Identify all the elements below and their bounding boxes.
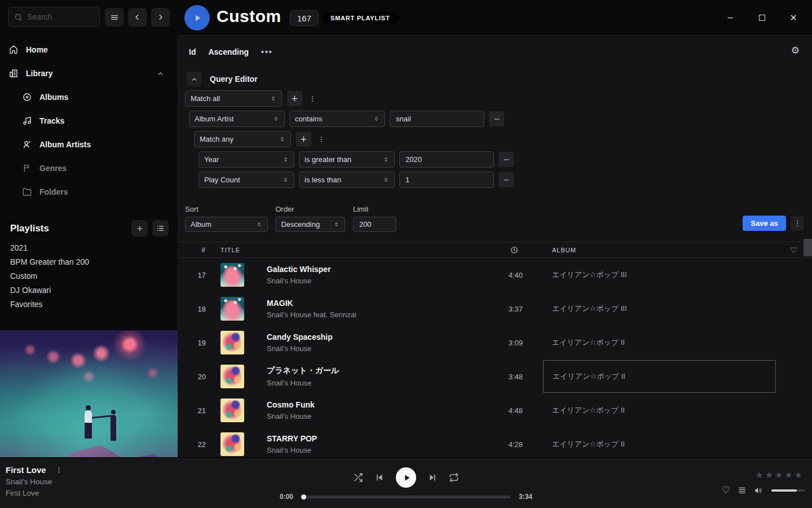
sidebar-item-folders[interactable]: Folders	[23, 184, 182, 200]
group-options-button[interactable]	[307, 95, 317, 103]
minus-icon	[502, 176, 510, 184]
sidebar-item-tracks[interactable]: Tracks	[23, 113, 182, 129]
remove-rule-button[interactable]	[498, 152, 514, 167]
track-album-cell[interactable]: エイリアン☆ポップ II	[543, 360, 776, 393]
add-rule-button[interactable]	[296, 132, 311, 147]
rule-field-select[interactable]: Album Artist	[189, 111, 285, 127]
table-row[interactable]: 21 Cosmo Funk Snail’s House 4:48 エイリアン☆ポ…	[178, 393, 812, 427]
track-album-cell[interactable]: エイリアン☆ポップ II	[549, 326, 776, 359]
rule-operator-select[interactable]: is less than	[299, 172, 395, 188]
favorite-heart-icon[interactable]: ♡	[722, 484, 730, 496]
track-album-cell[interactable]: エイリアン☆ポップ II	[549, 394, 776, 427]
plus-icon	[136, 225, 144, 233]
shuffle-button[interactable]	[353, 472, 363, 483]
maximize-button[interactable]	[754, 10, 769, 25]
repeat-icon	[449, 472, 459, 483]
play-pause-button[interactable]	[396, 467, 416, 488]
sidebar-item-home[interactable]: Home	[9, 42, 169, 58]
query-rule: Play Count is less than	[198, 172, 812, 188]
table-header: # TITLE ALBUM ♡	[178, 242, 812, 258]
next-track-button[interactable]	[428, 473, 437, 482]
table-row[interactable]: 22 STARRY POP Snail’s House 4:28 エイリアン☆ポ…	[178, 427, 812, 457]
library-icon	[9, 69, 18, 78]
artwork-figures	[91, 415, 112, 419]
track-number: 17	[178, 271, 210, 279]
volume-icon[interactable]	[754, 485, 764, 496]
seek-bar[interactable]	[302, 496, 510, 498]
previous-track-button[interactable]	[375, 473, 384, 482]
repeat-button[interactable]	[449, 472, 459, 483]
limit-input[interactable]	[353, 217, 396, 232]
sidebar-item-albums[interactable]: Albums	[23, 89, 182, 105]
select-caret-icon	[273, 116, 279, 122]
rule-value-input[interactable]	[390, 111, 484, 127]
rule-field-select[interactable]: Play Count	[198, 172, 294, 188]
play-playlist-button[interactable]	[184, 5, 210, 30]
close-button[interactable]: ✕	[786, 10, 801, 25]
table-row[interactable]: 19 Candy Spaceship Snail’s House 3:09 エイ…	[178, 326, 812, 360]
playlist-item[interactable]: 2021	[10, 241, 178, 255]
column-index[interactable]: #	[178, 246, 210, 254]
playlist-item[interactable]: Custom	[10, 269, 178, 283]
playlist-item[interactable]: BPM Greater than 200	[10, 255, 178, 269]
now-playing-options-button[interactable]	[54, 466, 64, 474]
remove-rule-button[interactable]	[498, 172, 514, 187]
save-as-button[interactable]: Save as	[743, 216, 786, 231]
sort-select[interactable]: Album	[185, 217, 268, 232]
table-row[interactable]: 18 MAGIK Snail’s House feat. Sennzai 3:3…	[178, 292, 812, 326]
minus-icon	[502, 156, 510, 164]
favorite-column-heart-icon[interactable]: ♡	[790, 246, 798, 255]
rule-value-input[interactable]	[399, 172, 494, 188]
playlist-item[interactable]: DJ Okawari	[10, 283, 178, 297]
remove-rule-button[interactable]	[489, 111, 504, 126]
more-options-button[interactable]: •••	[261, 47, 273, 56]
track-artwork-thumbnail	[220, 365, 244, 388]
save-options-button[interactable]	[791, 216, 804, 231]
track-album-cell[interactable]: エイリアン☆ポップ III	[549, 292, 776, 325]
rule-field-select[interactable]: Year	[198, 151, 294, 168]
sort-field-button[interactable]: Id	[189, 47, 196, 56]
sidebar-item-library[interactable]: Library	[9, 65, 169, 81]
track-artwork-thumbnail	[220, 297, 244, 321]
duration-column-clock-icon[interactable]	[510, 246, 531, 254]
group-options-button[interactable]	[316, 135, 326, 143]
table-row[interactable]: 17 Galactic Whisper Snail’s House 4:40 エ…	[178, 258, 812, 292]
chevron-up-icon[interactable]	[157, 70, 164, 77]
now-playing-artist: Snail’s House	[6, 478, 64, 486]
gear-icon[interactable]: ⚙	[791, 45, 800, 56]
track-album-cell[interactable]: エイリアン☆ポップ III	[549, 259, 776, 291]
search-box[interactable]	[8, 7, 100, 27]
seek-handle[interactable]	[301, 494, 306, 500]
sidebar-item-genres[interactable]: Genres	[23, 160, 182, 176]
column-title[interactable]: TITLE	[220, 247, 491, 253]
rule-operator-select[interactable]: is greater than	[299, 151, 395, 168]
queue-icon[interactable]	[738, 486, 747, 495]
add-rule-button[interactable]	[287, 91, 302, 106]
rating-stars[interactable]: ★★★★★	[755, 470, 804, 480]
back-button[interactable]	[128, 8, 147, 27]
order-select[interactable]: Descending	[275, 217, 345, 232]
table-row[interactable]: 20 プラネット・ガール Snail’s House 3:48 エイリアン☆ポッ…	[178, 360, 812, 393]
add-playlist-button[interactable]	[131, 220, 148, 237]
match-type-select[interactable]: Match all	[185, 90, 282, 107]
playlist-item[interactable]: Favorites	[10, 297, 178, 312]
minimize-button[interactable]: –	[723, 10, 738, 25]
forward-button[interactable]	[151, 8, 170, 27]
rule-value-input[interactable]	[399, 151, 494, 168]
track-title: Galactic Whisper	[267, 265, 491, 274]
column-album[interactable]: ALBUM	[549, 247, 776, 253]
scrollbar-thumb[interactable]	[804, 239, 812, 256]
search-input[interactable]	[27, 12, 89, 21]
volume-slider[interactable]	[771, 489, 805, 492]
menu-button[interactable]	[105, 8, 123, 27]
match-type-select[interactable]: Match any	[194, 131, 291, 147]
collapse-query-editor-button[interactable]	[187, 72, 201, 86]
track-title: STARRY POP	[267, 434, 491, 443]
track-album-cell[interactable]: エイリアン☆ポップ II	[549, 428, 776, 457]
rule-operator-select[interactable]: contains	[289, 111, 385, 127]
sidebar-item-album-artists[interactable]: Album Artists	[23, 137, 182, 152]
sort-direction-button[interactable]: Ascending	[208, 47, 249, 56]
playlist-list-button[interactable]	[152, 220, 169, 237]
play-icon	[192, 13, 202, 23]
smart-playlist-badge: SMART PLAYLIST	[321, 12, 399, 24]
